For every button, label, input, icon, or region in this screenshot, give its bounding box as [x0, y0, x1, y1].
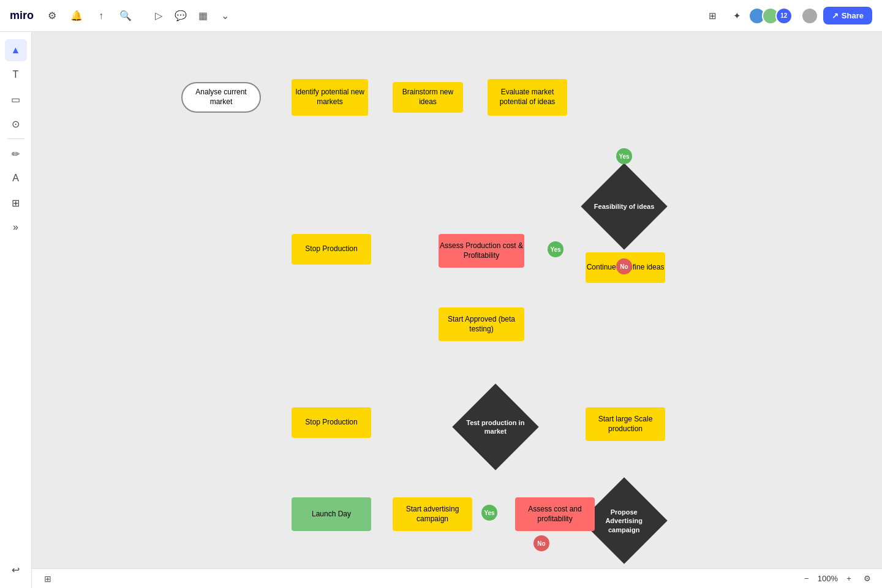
- upload-icon[interactable]: ↑: [92, 7, 110, 24]
- start-advertising-node[interactable]: Start advertising campaign: [393, 497, 472, 531]
- cursor-tool[interactable]: ▲: [5, 39, 27, 61]
- analyse-node[interactable]: Analyse current market: [181, 82, 261, 113]
- bottombar-icon[interactable]: ⊞: [39, 570, 56, 587]
- nav-icons: ⚙ 🔔 ↑ 🔍: [43, 7, 134, 24]
- stop-production-2-node[interactable]: Stop Production: [292, 407, 371, 438]
- frame-tool[interactable]: ⊞: [5, 192, 27, 214]
- no-circle-1: No: [616, 258, 632, 274]
- brainstorm-node[interactable]: Brainstorm new ideas: [393, 82, 463, 113]
- app-logo: miro: [10, 9, 34, 22]
- zoom-plus-button[interactable]: +: [842, 571, 856, 586]
- share-icon: ↗: [832, 11, 839, 20]
- more-tools[interactable]: »: [5, 216, 27, 238]
- left-toolbar: ▲ T ▭ ⊙ ✏ A ⊞ » ↩: [0, 32, 32, 588]
- start-large-scale-node[interactable]: Start large Scale production: [586, 407, 665, 441]
- bottom-bar: ⊞ − 100% + ⚙: [32, 568, 882, 588]
- yes-circle-1: Yes: [616, 148, 632, 164]
- zoom-controls: − 100% + ⚙: [799, 571, 875, 586]
- yes-circle-2: Yes: [548, 241, 564, 257]
- stop-production-1-node[interactable]: Stop Production: [292, 234, 371, 265]
- right-section: ⊞ ✦ 12 ↗ Share: [703, 6, 872, 26]
- yes-circle-3: Yes: [481, 505, 497, 521]
- star-icon[interactable]: ✦: [728, 6, 747, 26]
- comment-icon[interactable]: 💬: [171, 6, 190, 26]
- no-circle-2: No: [533, 535, 549, 551]
- share-label: Share: [842, 11, 864, 20]
- current-user-avatar: [801, 7, 818, 24]
- settings-icon[interactable]: ⚙: [43, 7, 61, 24]
- zoom-more-button[interactable]: ⚙: [860, 571, 875, 586]
- pen-tool[interactable]: ✏: [5, 143, 27, 165]
- grid-icon[interactable]: ▦: [193, 6, 213, 26]
- chevron-down-icon[interactable]: ⌄: [215, 6, 235, 26]
- link-tool[interactable]: ⊙: [5, 113, 27, 135]
- search-icon[interactable]: 🔍: [117, 7, 134, 24]
- zoom-minus-button[interactable]: −: [799, 571, 814, 586]
- filter-icon[interactable]: ⊞: [703, 6, 723, 26]
- start-approved-node[interactable]: Start Approved (beta testing): [439, 307, 524, 341]
- notifications-icon[interactable]: 🔔: [68, 7, 85, 24]
- zoom-level-display: 100%: [818, 574, 838, 583]
- canvas[interactable]: Not Approved Approved Poor Response Good…: [32, 32, 882, 568]
- present-icon[interactable]: ▷: [149, 6, 168, 26]
- share-button[interactable]: ↗ Share: [823, 7, 872, 24]
- font-tool[interactable]: A: [5, 167, 27, 189]
- launch-day-node[interactable]: Launch Day: [292, 497, 371, 531]
- top-navigation: miro ⚙ 🔔 ↑ 🔍 ▷ 💬 ▦ ⌄ ⊞ ✦ 12 ↗ Share: [0, 0, 882, 32]
- assess-production-node[interactable]: Assess Production cost & Profitability: [439, 234, 524, 268]
- avatar-count: 12: [775, 7, 793, 24]
- identify-node[interactable]: Identify potential new markets: [292, 79, 368, 116]
- center-navigation: ▷ 💬 ▦ ⌄: [149, 6, 235, 26]
- undo-tool[interactable]: ↩: [5, 559, 27, 581]
- evaluate-node[interactable]: Evaluate market potential of ideas: [488, 79, 567, 116]
- sticky-note-tool[interactable]: ▭: [5, 88, 27, 110]
- avatar-group: 12: [752, 7, 793, 24]
- assess-cost-node[interactable]: Assess cost and profitability: [515, 497, 595, 531]
- text-tool[interactable]: T: [5, 64, 27, 86]
- feasibility-node[interactable]: Feasibility of ideas: [581, 163, 667, 249]
- test-production-node[interactable]: Test production in market: [452, 383, 538, 470]
